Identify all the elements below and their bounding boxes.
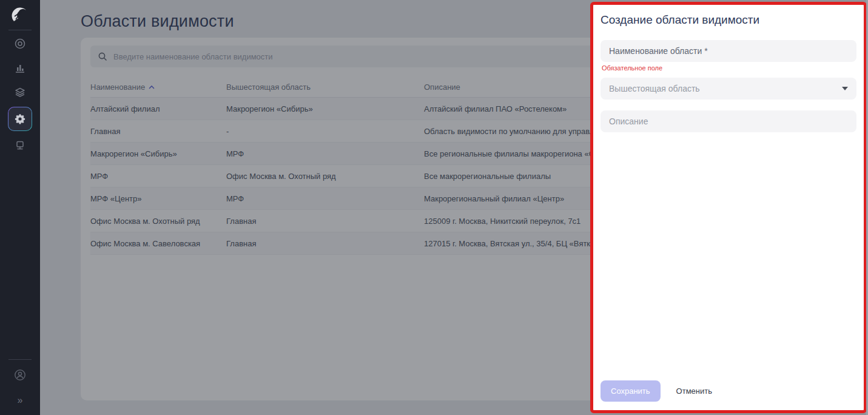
user-icon <box>13 368 27 382</box>
sidebar: » <box>0 0 40 415</box>
create-scope-drawer: Создание области видимости Обязательное … <box>590 2 867 413</box>
logo-icon <box>10 5 30 25</box>
sidebar-collapse-toggle[interactable]: » <box>8 388 32 413</box>
scope-name-field[interactable] <box>601 40 856 62</box>
monitor-network-icon <box>14 140 26 152</box>
sidebar-item-monitoring[interactable] <box>8 32 32 56</box>
layers-icon <box>14 86 26 98</box>
save-button[interactable]: Сохранить <box>601 380 661 402</box>
chevron-down-icon <box>842 87 848 90</box>
required-field-error: Обязательное поле <box>602 64 856 72</box>
scope-name-input[interactable] <box>609 46 848 56</box>
parent-scope-select[interactable]: Вышестоящая область <box>601 78 856 100</box>
drawer-title: Создание области видимости <box>601 13 856 27</box>
parent-scope-placeholder: Вышестоящая область <box>609 84 700 93</box>
sidebar-item-devices[interactable] <box>8 133 32 158</box>
sidebar-divider-bottom <box>8 359 32 360</box>
sidebar-item-layers[interactable] <box>8 80 32 104</box>
description-field[interactable] <box>601 110 856 132</box>
drawer-actions: Сохранить Отменить <box>601 380 712 402</box>
cancel-button[interactable]: Отменить <box>676 386 712 396</box>
sidebar-item-settings[interactable] <box>8 107 32 131</box>
description-input[interactable] <box>609 116 848 126</box>
double-chevron-right-icon: » <box>18 395 23 406</box>
sidebar-item-profile[interactable] <box>8 363 32 387</box>
bar-chart-icon <box>14 62 26 74</box>
sidebar-item-reports[interactable] <box>8 56 32 80</box>
app-logo[interactable] <box>0 5 40 25</box>
target-icon <box>14 38 26 50</box>
gear-icon <box>14 113 26 125</box>
sidebar-divider-top <box>8 30 32 30</box>
